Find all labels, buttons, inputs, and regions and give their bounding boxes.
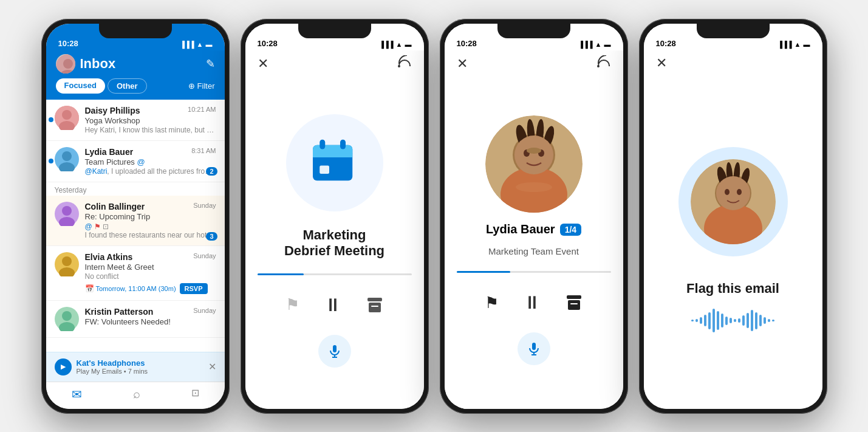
play-circle[interactable]: ▶ [55,358,72,375]
wave-bar [734,319,736,321]
email-item-kristin[interactable]: Kristin Patterson Sunday FW: Volunteers … [46,301,225,338]
pause-button-3[interactable]: ⏸ [523,292,541,313]
email-sender-elvia: Elvia Atkins [85,252,133,262]
nav-search[interactable]: ⌕ [133,387,140,402]
battery-icon-1: ▬ [206,41,213,48]
svg-rect-21 [313,153,352,157]
email-content-lydia: Lydia Bauer 8:31 AM Team Pictures @ @Kat… [85,147,216,176]
wifi-icon-1: ▲ [197,41,203,48]
email-time-kristin: Sunday [193,307,216,314]
mini-player-title: Kat's Headphones [77,358,148,368]
svg-point-31 [598,66,599,67]
avatar-colin [55,202,79,226]
mini-player-info: ▶ Kat's Headphones Play My Emails • 7 mi… [55,358,148,375]
svg-point-13 [62,256,72,266]
inbox-header: Inbox ✎ Focused Other ⊕ Filter [46,50,225,100]
svg-point-58 [725,189,730,195]
progress-fill-2 [258,273,304,275]
email-subject-elvia: Intern Meet & Greet [85,262,216,272]
wave-bar [725,317,728,325]
email-time-colin: Sunday [193,202,216,209]
flag-icon-colin: ⚑ [94,222,101,231]
controls-row-2: ⚑ ⏸ [285,295,383,315]
filter-row: Focused Other ⊕ Filter [56,78,215,94]
svg-rect-26 [369,303,381,312]
mini-player-close[interactable]: ✕ [208,361,216,372]
archive-button-3[interactable] [566,294,583,311]
svg-point-1 [63,59,73,69]
pause-button-2[interactable]: ⏸ [324,295,342,315]
svg-point-4 [62,110,72,120]
nav-calendar[interactable]: ⊡ [191,387,199,402]
progress-bar-2[interactable] [258,273,412,275]
email-preview-elvia: No conflict [85,272,216,281]
close-button-4[interactable]: ✕ [656,55,667,71]
email-item-elvia[interactable]: Elvia Atkins Sunday Intern Meet & Greet … [46,246,225,301]
svg-rect-27 [371,306,378,307]
email-preview-daisy: Hey Katri, I know this last minute, but … [85,126,216,134]
sender-photo-4 [691,159,776,244]
mini-player[interactable]: ▶ Kat's Headphones Play My Emails • 7 mi… [46,352,225,382]
email-item-daisy[interactable]: Daisy Phillips 10:21 AM Yoga Workshop He… [46,100,225,141]
email-flags-colin: @ ⚑ ⊡ [85,222,216,231]
sender-avatar-ring-4 [678,147,788,256]
svg-point-39 [514,135,553,174]
email-sender-kristin: Kristin Patterson [85,307,154,317]
waveform-4 [691,309,774,333]
avatar-lydia [55,147,79,171]
play-title-2: MarketingDebrief Meeting [284,227,384,259]
cast-icon-2[interactable] [397,55,412,73]
svg-rect-28 [333,345,337,352]
wave-bar [742,315,745,326]
archive-button-2[interactable] [366,297,383,314]
filter-button[interactable]: ⊕ Filter [188,81,215,91]
wave-bar [691,320,694,321]
badge-colin: 3 [206,232,217,241]
mic-button-3[interactable] [518,332,550,365]
rsvp-time: 📅 Tomorrow, 11:00 AM (30m) [85,284,176,293]
flag-screen-content: Flag this email [644,71,822,409]
search-nav-icon: ⌕ [133,387,140,401]
svg-point-57 [716,176,750,210]
play-subject-3: Marketing Team Event [488,246,579,256]
email-preview-lydia: @Katri, I uploaded all the pictures from… [85,167,216,176]
rsvp-button[interactable]: RSVP [180,283,208,294]
wave-bar [738,318,740,323]
nav-mail[interactable]: ✉ [72,387,82,402]
progress-fill-3 [457,271,511,273]
tab-focused[interactable]: Focused [56,78,105,94]
wave-bar [708,312,711,329]
email-content-kristin: Kristin Patterson Sunday FW: Volunteers … [85,307,216,331]
email-subject-lydia: Team Pictures @ [85,157,216,166]
mic-button-2[interactable] [318,335,351,368]
status-icons-4: ▐▐▐ ▲ ▬ [777,41,810,48]
bottom-nav: ✉ ⌕ ⊡ [46,382,225,409]
filter-circle-icon: ⊕ [188,81,195,91]
play-header-3: ✕ [445,50,623,72]
email-sender-daisy: Daisy Phillips [85,106,140,115]
user-avatar[interactable] [56,54,75,74]
flag-label: Flag this email [686,281,779,297]
email-item-colin[interactable]: Colin Ballinger Sunday Re: Upcoming Trip… [46,196,225,246]
svg-point-7 [62,151,72,161]
battery-icon-3: ▬ [604,41,611,48]
play-screen-4: ✕ [644,50,822,409]
email-subject-colin: Re: Upcoming Trip [85,212,216,221]
flag-button-3[interactable]: ⚑ [485,293,499,312]
sender-photo-3 [485,115,583,213]
progress-bar-3[interactable] [457,271,611,273]
notch-3 [497,24,570,38]
status-time-2: 10:28 [258,39,278,48]
flag-button-2[interactable]: ⚑ [285,295,299,314]
wave-bar [695,319,698,323]
cast-icon-3[interactable] [596,55,611,72]
tab-other[interactable]: Other [108,78,147,94]
email-sender-lydia: Lydia Bauer [85,147,134,157]
status-time-4: 10:28 [656,39,676,48]
email-item-lydia[interactable]: Lydia Bauer 8:31 AM Team Pictures @ @Kat… [46,141,225,182]
compose-icon[interactable]: ✎ [206,57,215,70]
close-button-2[interactable]: ✕ [258,56,268,72]
signal-icon-2: ▐▐▐ [379,41,393,48]
count-badge-3: 1/4 [560,224,581,236]
close-button-3[interactable]: ✕ [457,56,468,72]
